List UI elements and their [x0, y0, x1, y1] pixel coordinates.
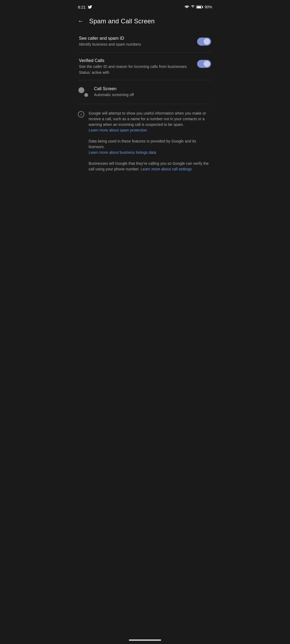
settings-list: See caller and spam ID Identify business… — [73, 32, 218, 178]
divider-2 — [79, 80, 211, 80]
google-assistant-dots — [78, 87, 89, 97]
wifi-icon — [184, 5, 189, 9]
verified-calls-content: Verified Calls See the caller ID and rea… — [79, 58, 194, 75]
business-listings-link[interactable]: Learn more about business listings data — [89, 150, 156, 155]
info-block-2: Data being used in these features is pro… — [89, 138, 211, 155]
page-title: Spam and Call Screen — [89, 17, 155, 25]
signal-icon — [191, 5, 195, 9]
call-screen-content: Call Screen Automatic screening off — [94, 86, 211, 98]
battery-percentage: 90% — [205, 5, 212, 9]
status-right: 90% — [184, 5, 212, 9]
info-paragraph-2: Data being used in these features is pro… — [89, 138, 211, 155]
verified-calls-desc: See the caller ID and reason for incomin… — [79, 64, 194, 69]
caller-spam-id-toggle[interactable] — [197, 38, 211, 46]
info-paragraph-3: Businesses tell Google that they're call… — [89, 161, 211, 172]
twitter-icon — [88, 5, 92, 9]
verified-calls-status: Status: active with — [79, 70, 194, 75]
caller-spam-id-title: See caller and spam ID — [79, 36, 194, 41]
caller-spam-id-desc: Identify business and spam numbers — [79, 42, 194, 47]
back-button[interactable]: ← — [77, 17, 85, 25]
verified-calls-title: Verified Calls — [79, 58, 194, 63]
verified-calls-toggle[interactable] — [197, 60, 211, 68]
info-icon: i — [78, 111, 84, 118]
caller-spam-id-item[interactable]: See caller and spam ID Identify business… — [73, 32, 218, 52]
toggle-thumb — [204, 38, 210, 45]
call-screen-desc: Automatic screening off — [94, 92, 211, 98]
status-left: 8:21 — [78, 5, 92, 9]
dot-small — [84, 93, 88, 97]
toggle-thumb-2 — [204, 61, 210, 67]
call-screen-icon — [77, 86, 90, 98]
call-screen-title: Call Screen — [94, 86, 211, 91]
spam-protection-link[interactable]: Learn more about spam protection — [89, 128, 147, 132]
info-section: i Google will attempt to show you useful… — [73, 105, 218, 178]
info-block-3: Businesses tell Google that they're call… — [89, 161, 211, 172]
info-content: Google will attempt to show you useful i… — [89, 111, 211, 173]
battery-icon — [196, 5, 203, 9]
dot-large — [78, 87, 84, 93]
divider-1 — [79, 53, 211, 53]
divider-3 — [79, 104, 211, 104]
info-block-1: Google will attempt to show you useful i… — [89, 111, 211, 133]
call-settings-link[interactable]: Learn more about call settings — [141, 167, 192, 171]
status-bar: 8:21 90% — [73, 0, 218, 13]
back-arrow-icon: ← — [78, 18, 84, 24]
verified-calls-item[interactable]: Verified Calls See the caller ID and rea… — [73, 54, 218, 79]
info-paragraph-1: Google will attempt to show you useful i… — [89, 111, 211, 133]
page-header: ← Spam and Call Screen — [73, 13, 218, 32]
caller-spam-id-content: See caller and spam ID Identify business… — [79, 36, 194, 47]
call-screen-item[interactable]: Call Screen Automatic screening off — [73, 81, 218, 103]
status-time: 8:21 — [78, 5, 86, 9]
